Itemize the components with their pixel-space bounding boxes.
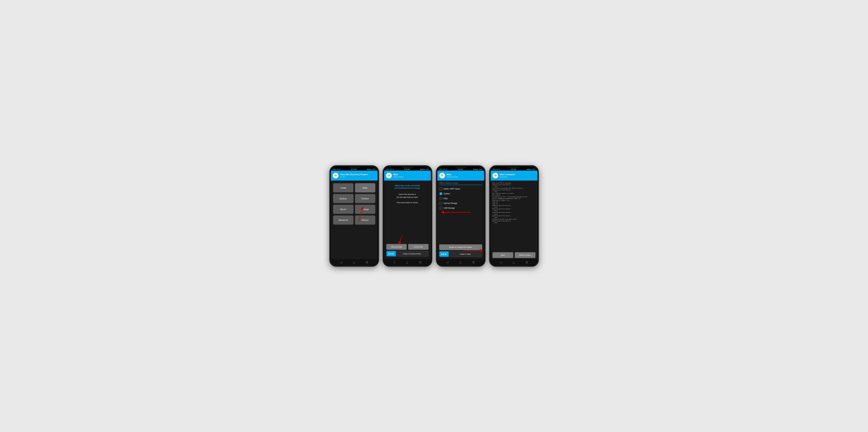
reboot-button[interactable]: Reboot xyxy=(355,215,375,225)
advanced-wipe-button[interactable]: Advanced Wipe xyxy=(386,244,407,250)
partition-dalvik: Dalvik / ART Cache xyxy=(439,186,482,191)
backup-button[interactable]: Backup xyxy=(333,194,353,203)
phone3-back-icon[interactable]: ◁ xyxy=(446,261,448,264)
phone3-header: ⟳ Wipe Advanced Wipe xyxy=(437,171,484,180)
usb-checkbox[interactable] xyxy=(440,207,442,209)
phone3-wrapper: CPU: 34 °C 9:50 AM Battery: 91% ⟳ Wipe A… xyxy=(436,165,486,267)
phone3-home-icon[interactable]: △ xyxy=(459,261,461,264)
phone1-header-text: Team Win Recovery Project 3.3.1-2 xyxy=(340,173,376,178)
phone2-title: Wipe xyxy=(393,173,429,176)
phone1-cpu: CPU: 34 °C xyxy=(333,169,341,170)
phone1-title: Team Win Recovery Project xyxy=(340,173,376,176)
phone3-menu-icon[interactable]: ☰ xyxy=(472,261,475,264)
restore-button[interactable]: Restore xyxy=(355,194,375,203)
phone4-cpu: CPU: 42 °C xyxy=(493,169,500,170)
phone4-wrapper: CPU: 42 °C 9:52 AM Battery: 91% ⟳ Wipe C… xyxy=(489,165,539,267)
dalvik-label: Dalvik / ART Cache xyxy=(444,188,460,190)
swipe-arrow1: ▶ xyxy=(389,253,390,255)
phone4-time: 9:52 AM xyxy=(511,169,516,170)
twrp-logo4: ⟳ xyxy=(493,173,498,178)
swipe-arrow2: ▶ xyxy=(391,253,392,255)
phone4-subtitle: Successful xyxy=(500,176,535,178)
phones-container: CPU: 34 °C 9:47 AM Battery: 91% ⟳ Team W… xyxy=(329,165,539,267)
reboot-system-button[interactable]: Reboot System xyxy=(515,252,535,258)
phone2-info-text: Wipes Data, Cache, and Dalvik(not includ… xyxy=(386,184,429,189)
internal-checkbox[interactable] xyxy=(440,202,442,204)
phone3-arrow2: ▶ xyxy=(443,253,445,255)
phone4-battery: Battery: 91% xyxy=(527,169,535,170)
phone2-header: ⟳ Wipe Factory Reset xyxy=(384,171,431,180)
phone2-content: Wipes Data, Cache, and Dalvik(not includ… xyxy=(384,180,431,259)
advanced-button[interactable]: Advanced xyxy=(333,215,353,225)
usb-label: USB Storage xyxy=(444,207,455,209)
phone4-log-area: Data successfully decrypted Updating par… xyxy=(491,180,537,251)
phone2-notch xyxy=(402,166,413,169)
phone4-home-icon[interactable]: △ xyxy=(513,261,515,264)
phone1: CPU: 34 °C 9:47 AM Battery: 91% ⟳ Team W… xyxy=(329,165,379,267)
wipe-button[interactable]: Wipe xyxy=(355,183,375,193)
phone2-desc-text: Most of the time this isthe only wipe th… xyxy=(386,193,429,204)
phone1-battery: Battery: 91% xyxy=(367,169,376,170)
phone2-header-text: Wipe Factory Reset xyxy=(393,173,429,178)
home-nav-icon[interactable]: △ xyxy=(353,261,355,264)
phone3-swipe-bar[interactable]: ▶ ▶ ▶ Swipe to Wipe xyxy=(439,251,482,257)
mount-button[interactable]: Mount xyxy=(333,205,353,214)
settings-button[interactable]: Settings xyxy=(355,205,375,214)
phone2-menu-icon[interactable]: ☰ xyxy=(419,261,422,264)
phone2-navbar: ◁ △ ☰ xyxy=(384,259,431,265)
phone3-arrow3: ▶ xyxy=(445,253,447,255)
back-button[interactable]: Back xyxy=(493,252,513,258)
system-label: System xyxy=(444,193,450,195)
phone3: CPU: 34 °C 9:50 AM Battery: 91% ⟳ Wipe A… xyxy=(436,165,486,267)
phone3-swipe-arrows: ▶ ▶ ▶ xyxy=(439,252,448,257)
twrp-logo: ⟳ xyxy=(333,173,339,178)
phone3-swipe-label: Swipe to Wipe xyxy=(448,253,482,255)
phone1-subtitle: 3.3.1-2 xyxy=(340,176,376,178)
phone2-back-icon[interactable]: ◁ xyxy=(393,261,395,264)
repair-btn[interactable]: Repair or Change File System xyxy=(439,244,482,250)
phone4-title: Wipe Complete xyxy=(500,173,535,176)
twrp-logo3: ⟳ xyxy=(439,173,445,178)
phone1-main-menu: Install Wipe Backup Restore Mount Settin… xyxy=(331,180,378,227)
phone4-navbar: ◁ △ ☰ xyxy=(491,259,537,265)
install-button[interactable]: Install xyxy=(333,183,353,193)
format-data-button[interactable]: Format Data xyxy=(408,244,429,250)
phone4-back-icon[interactable]: ◁ xyxy=(500,261,502,264)
partition-internal: Internal Storage xyxy=(439,201,482,206)
phone2-wrapper: CPU: 34 °C 9:48 AM Battery: 91% ⟳ Wipe F… xyxy=(382,165,432,267)
partition-usb: USB Storage xyxy=(439,206,482,210)
phone3-select-title: Select Partitions to Wipe: xyxy=(439,182,482,185)
menu-nav-icon[interactable]: ☰ xyxy=(366,261,368,264)
phone1-navbar: ◁ △ ☰ xyxy=(331,259,378,265)
phone2-subtitle: Factory Reset xyxy=(393,176,429,178)
dalvik-checkbox[interactable] xyxy=(440,188,442,190)
phone1-header: ⟳ Team Win Recovery Project 3.3.1-2 xyxy=(331,171,378,180)
phone2-swipe-bar[interactable]: ▶ ▶ ▶ Swipe to Factory Reset xyxy=(386,251,429,256)
phone4-header: ⟳ Wipe Complete Successful xyxy=(491,171,537,180)
back-nav-icon[interactable]: ◁ xyxy=(340,261,342,264)
phone4-log: Data successfully decrypted Updating par… xyxy=(493,182,535,224)
phone1-wrapper: CPU: 34 °C 9:47 AM Battery: 91% ⟳ Team W… xyxy=(329,165,379,267)
twrp-logo2: ⟳ xyxy=(386,173,392,178)
phone4-notch xyxy=(508,166,520,169)
phone4-screen: CPU: 42 °C 9:52 AM Battery: 91% ⟳ Wipe C… xyxy=(491,167,537,265)
phone2-factory-reset: Wipes Data, Cache, and Dalvik(not includ… xyxy=(384,180,431,259)
data-checkbox[interactable] xyxy=(440,197,442,200)
phone3-screen: CPU: 34 °C 9:50 AM Battery: 91% ⟳ Wipe A… xyxy=(437,167,484,265)
phone3-time: 9:50 AM xyxy=(458,169,463,170)
partition-system: System xyxy=(439,191,482,196)
phone3-title: Wipe xyxy=(446,173,482,176)
phone1-time: 9:47 AM xyxy=(351,169,356,170)
phone1-content: Install Wipe Backup Restore Mount Settin… xyxy=(331,180,378,259)
phone2-factory-buttons: Advanced Wipe Format Data xyxy=(386,244,429,250)
phone2-cpu: CPU: 34 °C xyxy=(386,169,394,170)
phone2-battery: Battery: 91% xyxy=(420,169,429,170)
phone2-home-icon[interactable]: △ xyxy=(406,261,408,264)
system-checkbox[interactable] xyxy=(440,193,442,195)
phone4-header-text: Wipe Complete Successful xyxy=(500,173,535,178)
phone3-arrow1: ▶ xyxy=(441,253,443,255)
phone3-cpu: CPU: 34 °C xyxy=(439,169,447,170)
phone4-menu-icon[interactable]: ☰ xyxy=(526,261,528,264)
phone1-notch xyxy=(348,166,360,169)
phone4-buttons: Back Reboot System xyxy=(491,251,537,259)
